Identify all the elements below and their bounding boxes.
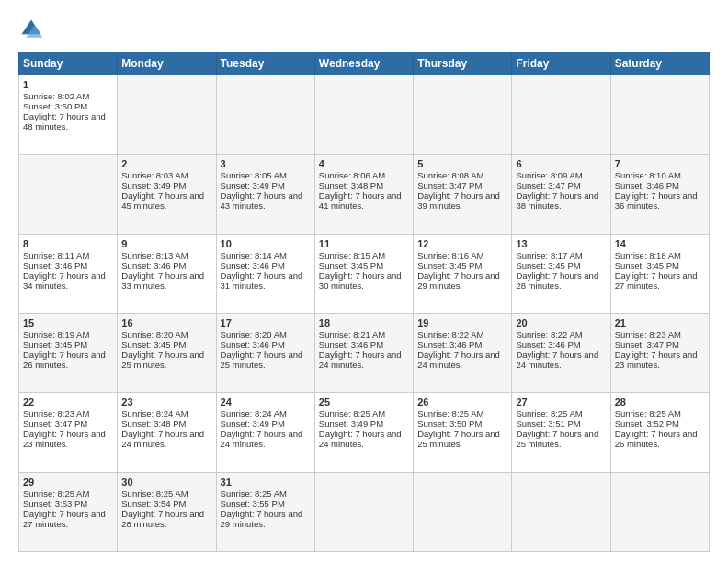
calendar-cell: 11Sunrise: 8:15 AMSunset: 3:45 PMDayligh… xyxy=(314,234,413,313)
day-number: 25 xyxy=(319,396,409,408)
day-number: 21 xyxy=(615,317,705,328)
sunrise: Sunrise: 8:03 AM xyxy=(121,170,188,180)
week-row: 8Sunrise: 8:11 AMSunset: 3:46 PMDaylight… xyxy=(19,234,710,313)
calendar-cell: 30Sunrise: 8:25 AMSunset: 3:54 PMDayligh… xyxy=(118,472,216,551)
day-number: 16 xyxy=(121,317,211,328)
sunset: Sunset: 3:47 PM xyxy=(23,419,87,429)
daylight: Daylight: 7 hours and 24 minutes. xyxy=(121,429,204,449)
day-number: 30 xyxy=(121,477,211,488)
sunrise: Sunrise: 8:25 AM xyxy=(516,408,582,419)
daylight: Daylight: 7 hours and 48 minutes. xyxy=(23,111,106,132)
header xyxy=(18,17,710,42)
calendar-cell: 16Sunrise: 8:20 AMSunset: 3:45 PMDayligh… xyxy=(118,313,216,392)
daylight: Daylight: 7 hours and 24 minutes. xyxy=(319,350,402,370)
daylight: Daylight: 7 hours and 24 minutes. xyxy=(516,350,598,370)
sunset: Sunset: 3:46 PM xyxy=(516,339,580,350)
day-number: 22 xyxy=(23,396,113,408)
daylight: Daylight: 7 hours and 24 minutes. xyxy=(417,350,500,370)
header-row: SundayMondayTuesdayWednesdayThursdayFrid… xyxy=(19,52,710,75)
day-number: 14 xyxy=(615,238,705,249)
calendar-cell: 19Sunrise: 8:22 AMSunset: 3:46 PMDayligh… xyxy=(414,313,512,392)
sunrise: Sunrise: 8:24 AM xyxy=(221,408,287,419)
day-number: 7 xyxy=(615,158,705,169)
calendar-cell xyxy=(19,155,118,234)
daylight: Daylight: 7 hours and 24 minutes. xyxy=(319,429,402,449)
calendar-cell: 29Sunrise: 8:25 AMSunset: 3:53 PMDayligh… xyxy=(19,472,118,551)
week-row: 2Sunrise: 8:03 AMSunset: 3:49 PMDaylight… xyxy=(19,155,710,234)
col-header-tuesday: Tuesday xyxy=(216,52,314,75)
week-row: 22Sunrise: 8:23 AMSunset: 3:47 PMDayligh… xyxy=(19,393,710,472)
day-number: 20 xyxy=(516,317,606,328)
sunset: Sunset: 3:46 PM xyxy=(221,339,285,350)
sunset: Sunset: 3:46 PM xyxy=(417,339,482,350)
calendar-cell: 25Sunrise: 8:25 AMSunset: 3:49 PMDayligh… xyxy=(314,393,413,472)
day-number: 15 xyxy=(23,317,113,328)
calendar-cell xyxy=(414,472,512,551)
day-number: 13 xyxy=(516,238,606,249)
day-number: 4 xyxy=(319,158,409,169)
calendar-cell: 13Sunrise: 8:17 AMSunset: 3:45 PMDayligh… xyxy=(512,234,610,313)
calendar-cell: 2Sunrise: 8:03 AMSunset: 3:49 PMDaylight… xyxy=(118,155,216,234)
sunrise: Sunrise: 8:06 AM xyxy=(319,170,385,180)
daylight: Daylight: 7 hours and 28 minutes. xyxy=(516,270,598,291)
sunrise: Sunrise: 8:25 AM xyxy=(319,408,385,419)
sunrise: Sunrise: 8:20 AM xyxy=(221,329,287,339)
calendar-cell: 23Sunrise: 8:24 AMSunset: 3:48 PMDayligh… xyxy=(118,393,216,472)
day-number: 8 xyxy=(23,238,113,249)
daylight: Daylight: 7 hours and 33 minutes. xyxy=(121,270,204,291)
daylight: Daylight: 7 hours and 41 minutes. xyxy=(319,190,402,211)
sunset: Sunset: 3:45 PM xyxy=(417,260,482,270)
col-header-monday: Monday xyxy=(118,52,216,75)
calendar-cell: 1Sunrise: 8:02 AMSunset: 3:50 PMDaylight… xyxy=(19,75,118,155)
sunset: Sunset: 3:49 PM xyxy=(121,180,186,190)
calendar-cell xyxy=(414,75,512,155)
week-row: 29Sunrise: 8:25 AMSunset: 3:53 PMDayligh… xyxy=(19,472,710,551)
sunset: Sunset: 3:47 PM xyxy=(516,180,580,190)
daylight: Daylight: 7 hours and 23 minutes. xyxy=(615,350,698,370)
sunrise: Sunrise: 8:22 AM xyxy=(417,329,483,339)
daylight: Daylight: 7 hours and 24 minutes. xyxy=(221,429,303,449)
calendar-cell: 7Sunrise: 8:10 AMSunset: 3:46 PMDaylight… xyxy=(610,155,709,234)
calendar-cell: 9Sunrise: 8:13 AMSunset: 3:46 PMDaylight… xyxy=(118,234,216,313)
calendar-cell xyxy=(314,75,413,155)
sunrise: Sunrise: 8:25 AM xyxy=(121,488,188,499)
sunset: Sunset: 3:45 PM xyxy=(615,260,679,270)
day-number: 28 xyxy=(615,396,705,408)
sunset: Sunset: 3:48 PM xyxy=(121,419,186,429)
logo xyxy=(18,17,48,42)
sunset: Sunset: 3:46 PM xyxy=(121,260,186,270)
sunrise: Sunrise: 8:25 AM xyxy=(615,408,681,419)
calendar-cell: 6Sunrise: 8:09 AMSunset: 3:47 PMDaylight… xyxy=(512,155,610,234)
calendar-cell xyxy=(314,472,413,551)
col-header-sunday: Sunday xyxy=(19,52,118,75)
day-number: 18 xyxy=(319,317,409,328)
calendar-cell: 21Sunrise: 8:23 AMSunset: 3:47 PMDayligh… xyxy=(610,313,709,392)
col-header-wednesday: Wednesday xyxy=(314,52,413,75)
sunset: Sunset: 3:49 PM xyxy=(319,419,383,429)
sunset: Sunset: 3:48 PM xyxy=(319,180,383,190)
sunset: Sunset: 3:53 PM xyxy=(23,499,87,509)
calendar-cell: 27Sunrise: 8:25 AMSunset: 3:51 PMDayligh… xyxy=(512,393,610,472)
daylight: Daylight: 7 hours and 38 minutes. xyxy=(516,190,598,211)
sunrise: Sunrise: 8:14 AM xyxy=(221,250,287,260)
day-number: 12 xyxy=(417,238,507,249)
calendar-cell: 20Sunrise: 8:22 AMSunset: 3:46 PMDayligh… xyxy=(512,313,610,392)
daylight: Daylight: 7 hours and 36 minutes. xyxy=(615,190,698,211)
calendar-cell: 28Sunrise: 8:25 AMSunset: 3:52 PMDayligh… xyxy=(610,393,709,472)
daylight: Daylight: 7 hours and 25 minutes. xyxy=(516,429,598,449)
daylight: Daylight: 7 hours and 28 minutes. xyxy=(121,509,204,529)
day-number: 19 xyxy=(417,317,507,328)
day-number: 3 xyxy=(221,158,311,169)
calendar-cell: 18Sunrise: 8:21 AMSunset: 3:46 PMDayligh… xyxy=(314,313,413,392)
sunset: Sunset: 3:45 PM xyxy=(516,260,580,270)
day-number: 11 xyxy=(319,238,409,249)
daylight: Daylight: 7 hours and 34 minutes. xyxy=(23,270,106,291)
sunrise: Sunrise: 8:16 AM xyxy=(417,250,483,260)
day-number: 6 xyxy=(516,158,606,169)
sunrise: Sunrise: 8:22 AM xyxy=(516,329,582,339)
sunrise: Sunrise: 8:24 AM xyxy=(121,408,188,419)
daylight: Daylight: 7 hours and 26 minutes. xyxy=(615,429,698,449)
calendar-cell xyxy=(512,472,610,551)
daylight: Daylight: 7 hours and 39 minutes. xyxy=(417,190,500,211)
daylight: Daylight: 7 hours and 29 minutes. xyxy=(417,270,500,291)
